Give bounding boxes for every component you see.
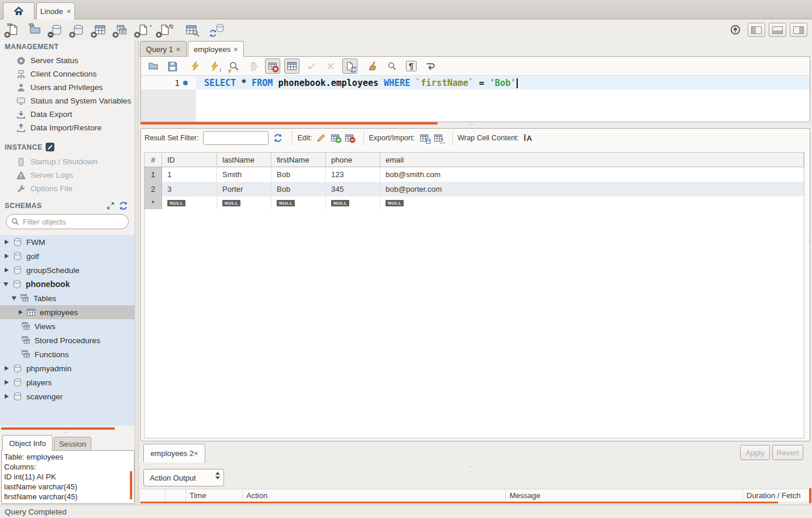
autocommit-toggle[interactable] <box>342 58 357 74</box>
data-transfer-button[interactable] <box>209 22 226 37</box>
explain-query-button[interactable] <box>226 58 242 74</box>
tree-item-employees[interactable]: employees <box>0 305 135 319</box>
grid-cell[interactable]: Bob <box>271 182 326 196</box>
editor-result-splitter[interactable]: ⋯ <box>443 122 501 127</box>
toggle-bottom-panel-button[interactable] <box>769 23 786 37</box>
grid-cell[interactable]: 345 <box>326 182 380 196</box>
toggle-right-panel-button[interactable] <box>790 23 807 37</box>
apply-button[interactable]: Apply <box>740 445 770 460</box>
grid-cell[interactable]: NULL <box>162 196 217 209</box>
column-header[interactable]: firstName <box>271 153 326 167</box>
sidebar-item-data-export[interactable]: Data Export <box>0 108 135 121</box>
grid-cell[interactable]: 123 <box>326 167 380 182</box>
import-records-button[interactable] <box>433 133 443 143</box>
limit-rows-toggle[interactable] <box>284 58 300 74</box>
refresh-icon[interactable] <box>273 133 283 143</box>
stop-on-error-toggle[interactable] <box>265 58 280 74</box>
create-schema-button[interactable] <box>70 22 87 37</box>
grid-cell[interactable]: 3 <box>162 182 217 196</box>
sidebar-item-data-import[interactable]: Data Import/Restore <box>0 121 135 134</box>
open-sql-script-button[interactable]: SQL <box>26 22 44 37</box>
invisible-characters-toggle[interactable]: ¶ <box>404 58 419 74</box>
object-info-scrollbar[interactable] <box>130 471 132 499</box>
sql-code-area[interactable]: SELECT * FROM phonebook.employees WHERE … <box>196 77 810 122</box>
column-header[interactable]: Message <box>506 489 743 502</box>
close-icon[interactable]: × <box>67 7 71 16</box>
schema-filter[interactable] <box>6 214 129 229</box>
commit-button[interactable] <box>304 58 319 74</box>
column-header[interactable]: Duration / Fetch <box>743 489 810 502</box>
row-number-cell[interactable]: 2 <box>144 182 162 196</box>
chevron-down-icon[interactable] <box>12 296 16 301</box>
wrap-text-toggle[interactable] <box>423 58 438 74</box>
column-header[interactable]: Action <box>243 489 506 502</box>
sidebar-item-server-status[interactable]: Server Status <box>0 54 135 67</box>
home-tab[interactable] <box>3 2 35 19</box>
chevron-right-icon[interactable] <box>5 366 9 371</box>
column-header[interactable]: Time <box>186 489 243 502</box>
column-header[interactable]: phone <box>326 153 380 167</box>
chevron-right-icon[interactable] <box>5 254 9 258</box>
sidebar-divider[interactable] <box>135 40 139 505</box>
table-inspector-button[interactable] <box>183 22 200 37</box>
grid-cell[interactable]: Bob <box>271 167 326 182</box>
chevron-right-icon[interactable] <box>5 268 9 272</box>
toggle-left-panel-button[interactable] <box>748 23 765 37</box>
tree-item-stored-procedures[interactable]: Stored Procedures <box>0 333 135 347</box>
close-icon[interactable]: × <box>233 45 238 54</box>
tree-item-phpmyadmin[interactable]: phpmyadmin <box>0 361 135 375</box>
close-icon[interactable]: × <box>176 45 181 54</box>
sidebar-item-server-logs[interactable]: Server Logs <box>0 168 135 182</box>
add-row-button[interactable] <box>331 133 340 143</box>
grid-cell[interactable]: 1 <box>162 167 217 182</box>
sidebar-item-users-privileges[interactable]: Users and Privileges <box>0 81 135 94</box>
column-header[interactable]: # <box>144 153 162 167</box>
tree-item-players[interactable]: players <box>0 375 135 389</box>
edit-record-button[interactable] <box>316 133 326 143</box>
chevron-right-icon[interactable] <box>5 394 9 399</box>
result-filter-input[interactable] <box>203 131 269 145</box>
tree-item-tables[interactable]: Tables <box>0 291 135 305</box>
chevron-down-icon[interactable] <box>4 282 8 286</box>
output-selector[interactable]: Action Output <box>143 469 224 486</box>
connection-tab[interactable]: Linode × <box>36 2 75 19</box>
wrench-badge-icon[interactable] <box>46 143 54 151</box>
sidebar-item-status-system-variables[interactable]: Status and System Variables <box>0 94 135 108</box>
grid-cell[interactable]: Smith <box>217 167 271 182</box>
chevron-right-icon[interactable] <box>5 240 9 244</box>
tab-resultset-employees-2[interactable]: employees 2× <box>143 444 205 462</box>
expand-schemas-icon[interactable] <box>106 202 115 210</box>
right-panel-grip[interactable]: ⋯ <box>807 238 812 243</box>
sidebar-item-client-connections[interactable]: Client Connections <box>0 67 135 81</box>
tree-item-views[interactable]: Views <box>0 319 135 333</box>
column-header[interactable]: email <box>380 153 804 167</box>
chevron-right-icon[interactable] <box>5 380 9 385</box>
row-number-cell[interactable]: 1 <box>144 167 162 182</box>
sidebar-splitter[interactable]: ⋯ <box>0 429 135 435</box>
tree-item-phonebook[interactable]: phonebook <box>0 277 135 291</box>
tab-employees[interactable]: employees× <box>188 41 244 57</box>
open-file-button[interactable] <box>146 58 161 74</box>
grid-cell[interactable]: bob@smith.com <box>380 167 804 182</box>
save-script-button[interactable] <box>165 58 180 74</box>
grid-cell[interactable]: NULL <box>271 196 326 209</box>
row-number-cell[interactable]: * <box>144 196 162 209</box>
revert-button[interactable]: Revert <box>772 445 803 460</box>
tab-session[interactable]: Session <box>54 437 91 451</box>
tree-item-fwm[interactable]: FWM <box>0 235 135 249</box>
wrap-cell-content-toggle[interactable]: ĪA <box>524 134 532 143</box>
tree-item-golf[interactable]: golf <box>0 249 135 263</box>
create-function-button[interactable]: f() <box>156 22 174 37</box>
refresh-schemas-icon[interactable] <box>119 201 128 210</box>
execute-query-button[interactable] <box>188 58 203 74</box>
new-sql-tab-button[interactable]: SQL <box>5 22 22 37</box>
create-view-button[interactable] <box>113 22 130 37</box>
notification-icon[interactable] <box>727 22 744 37</box>
create-table-button[interactable] <box>91 22 109 37</box>
delete-row-button[interactable] <box>345 133 354 143</box>
close-icon[interactable]: × <box>194 449 198 458</box>
tree-item-groupschedule[interactable]: groupSchedule <box>0 263 135 277</box>
grid-cell[interactable]: bob@porter.com <box>380 182 804 196</box>
column-header[interactable]: lastName <box>217 153 271 167</box>
sidebar-item-startup-shutdown[interactable]: Startup / Shutdown <box>0 155 135 168</box>
